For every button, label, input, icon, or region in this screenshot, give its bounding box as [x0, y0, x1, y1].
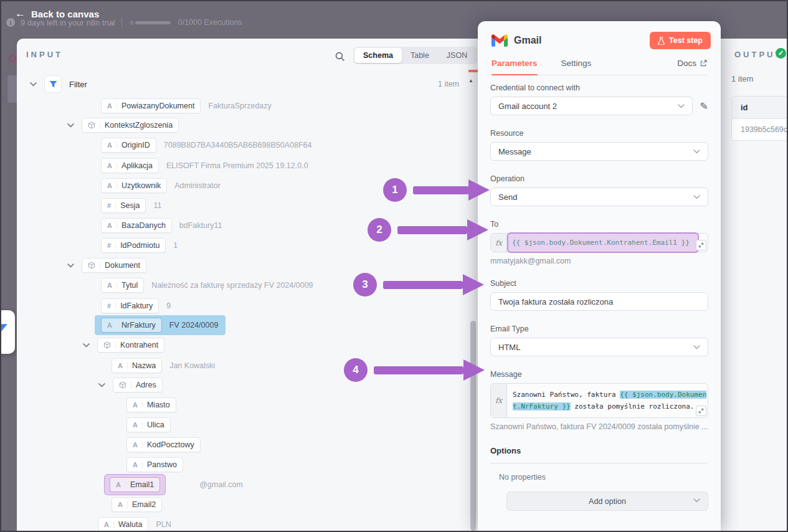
to-expression-text: {{ $json.body.Dokument.Kontrahent.Email1… [507, 234, 695, 252]
schema-row-email2[interactable]: AEmail2 [112, 496, 169, 513]
schema-row-panstwo[interactable]: APanstwo [126, 457, 191, 473]
canvas-element [7, 75, 17, 103]
type-number-icon: # [107, 202, 116, 209]
dialog-header: Gmail Test step [478, 21, 721, 49]
annotation-step-3: 3 [353, 273, 377, 297]
email-type-select[interactable]: HTML [490, 338, 708, 356]
subject-input[interactable]: Twoja faktura została rozliczona [490, 292, 708, 311]
schema-row-uzytkownik[interactable]: AUzytkownik Administrator [101, 178, 221, 194]
schema-row-idpodmiotu[interactable]: #IdPodmiotu 1 [101, 237, 178, 254]
message-expression-part: {{ $json.body.Dokumen [620, 391, 706, 399]
annotation-arrowhead-2 [467, 219, 488, 240]
tab-parameters[interactable]: Parameters [491, 59, 538, 68]
operation-select[interactable]: Send [490, 188, 708, 206]
executions-count: 0/1000 Executions [178, 18, 242, 27]
fx-icon: fx [491, 234, 507, 252]
chevron-down-icon[interactable] [30, 82, 37, 87]
dialog-body: Credential to connect with Gmail account… [478, 83, 721, 511]
chevron-down-icon [678, 104, 685, 108]
input-items-count: 1 item [397, 80, 459, 88]
schema-row-ulica[interactable]: AUlica [126, 417, 178, 433]
n8n-app-window: ← Back to canvas i 9 days left in your n… [0, 0, 788, 532]
gmail-logo-icon [491, 34, 508, 47]
add-option-button[interactable]: Add option [506, 492, 708, 511]
chevron-down-icon[interactable] [83, 343, 90, 348]
scroll-up-icon[interactable]: ▲ [468, 78, 473, 83]
to-expression-field[interactable]: fx {{ $json.body.Dokument.Kontrahent.Ema… [490, 233, 708, 252]
message-resolved-value: Szanowni Państwo, faktura FV 2024/0009 z… [490, 422, 708, 431]
type-string-icon: A [107, 322, 117, 329]
output-table: id 1939b5c569c [731, 96, 787, 141]
type-string-icon: A [104, 521, 114, 528]
schema-row-miasto[interactable]: AMiasto [126, 397, 184, 413]
executions-progress-bar [135, 21, 171, 24]
options-empty-text: No properties [499, 473, 708, 482]
schema-row-email1-highlighted[interactable]: AEmail1 @gmail.com [104, 474, 243, 495]
schema-node-filter[interactable]: Filter [30, 76, 87, 92]
input-scrollbar[interactable] [470, 321, 476, 531]
output-cell-id: 1939b5c569c [732, 119, 787, 140]
tab-json[interactable]: JSON [438, 48, 476, 63]
input-panel-title: INPUT [26, 50, 63, 59]
options-section-header: Options [490, 446, 708, 463]
schema-row-bazadanych[interactable]: ABazaDanych bdFaktury11 [101, 217, 222, 234]
external-link-icon [700, 60, 707, 67]
expand-expression-icon[interactable] [696, 240, 706, 250]
flask-icon [658, 37, 665, 45]
docs-link[interactable]: Docs [677, 59, 707, 68]
chevron-down-icon [693, 345, 700, 349]
schema-row-waluta[interactable]: AWaluta PLN [98, 516, 171, 531]
type-number-icon: # [107, 242, 116, 249]
test-step-button[interactable]: Test step [650, 32, 711, 49]
credential-label: Credential to connect with [490, 83, 708, 92]
chevron-down-icon[interactable] [67, 264, 74, 268]
filter-funnel-icon [0, 323, 8, 341]
tab-table[interactable]: Table [402, 48, 438, 63]
type-string-icon: A [107, 103, 117, 110]
type-string-icon: A [107, 163, 117, 169]
annotation-arrow-1 [413, 186, 469, 194]
schema-row-kontekstzgloszenia[interactable]: KontekstZgloszenia [67, 117, 179, 133]
success-check-icon: ✓ [776, 48, 786, 59]
fx-icon: fx [491, 384, 507, 417]
type-string-icon: A [107, 183, 117, 189]
schema-row-powiazanydokument[interactable]: APowiazanyDokument FakturaSprzedazy [101, 98, 272, 114]
dialog-tabs: Parameters Settings Docs [491, 59, 707, 75]
message-expression-field[interactable]: fx Szanowni Państwo, faktura {{ $json.bo… [490, 383, 708, 418]
schema-row-dokument[interactable]: Dokument [67, 257, 146, 273]
canvas-connector-icon [9, 55, 16, 62]
schema-row-adres[interactable]: Adres [98, 377, 163, 393]
schema-row-kodpocztowy[interactable]: AKodPocztowy [126, 437, 208, 453]
topbar-divider [121, 17, 122, 27]
tab-settings[interactable]: Settings [561, 59, 592, 68]
output-column-header: id [732, 97, 787, 119]
schema-row-originid[interactable]: AOriginID 7089B8D7BA3440B5AB6B698B50A08F… [101, 137, 312, 153]
credential-select[interactable]: Gmail account 2 [490, 97, 693, 115]
type-string-icon: A [133, 442, 143, 449]
schema-row-nrfaktury-highlighted[interactable]: ANrFaktury FV 2024/0009 [95, 315, 225, 335]
chevron-down-icon[interactable] [67, 123, 74, 128]
schema-row-aplikacja[interactable]: AAplikacja ELISOFT Firma Premium 2025 19… [101, 158, 308, 174]
resource-label: Resource [490, 129, 708, 138]
search-icon[interactable] [335, 51, 345, 64]
edit-credential-icon[interactable]: ✎ [700, 100, 708, 112]
gmail-node-dialog: Gmail Test step Parameters Settings Docs… [478, 21, 721, 531]
type-string-icon: A [133, 462, 143, 468]
schema-row-kontrahent[interactable]: Kontrahent [83, 337, 164, 353]
schema-row-nazwa[interactable]: ANazwa Jan Kowalski [112, 358, 215, 374]
schema-row-tytul[interactable]: ATytul Należność za fakturę sprzedaży FV… [101, 277, 313, 293]
expand-expression-icon[interactable] [696, 406, 706, 416]
schema-row-idfaktury[interactable]: #IdFaktury 9 [101, 298, 171, 314]
tab-schema[interactable]: Schema [354, 48, 402, 63]
annotation-step-4: 4 [344, 358, 368, 382]
to-label: To [490, 220, 708, 229]
schema-row-sesja[interactable]: #Sesja 11 [101, 197, 161, 214]
operation-label: Operation [490, 174, 708, 183]
type-number-icon: # [107, 303, 116, 310]
node-label: Filter [69, 80, 87, 89]
annotation-highlight-email1: AEmail1 [104, 474, 166, 495]
chevron-down-icon[interactable] [98, 383, 105, 387]
type-string-icon: A [118, 363, 128, 369]
resource-select[interactable]: Message [490, 142, 708, 161]
object-cube-icon [88, 262, 100, 269]
